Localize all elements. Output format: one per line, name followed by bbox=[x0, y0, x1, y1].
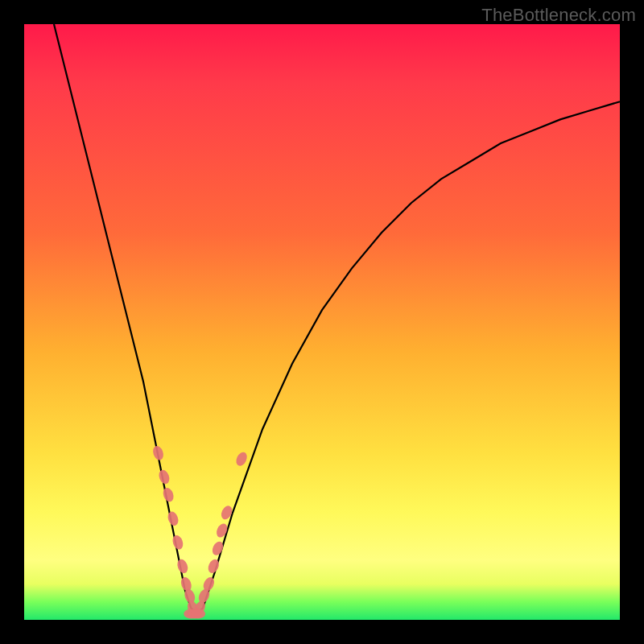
scatter-point bbox=[166, 510, 180, 527]
curve-layer bbox=[54, 24, 620, 614]
scatter-point bbox=[161, 486, 175, 503]
scatter-point bbox=[175, 558, 189, 575]
scatter-point bbox=[157, 469, 171, 485]
scatter-point bbox=[171, 534, 184, 551]
scatter-point bbox=[151, 444, 165, 461]
chart-svg bbox=[24, 24, 620, 620]
scatter-point bbox=[191, 609, 205, 619]
chart-frame: TheBottleneck.com bbox=[0, 0, 644, 644]
scatter-point bbox=[234, 451, 249, 468]
bottleneck-curve bbox=[54, 24, 620, 614]
plot-area bbox=[24, 24, 620, 620]
watermark-text: TheBottleneck.com bbox=[481, 5, 636, 26]
scatter-layer bbox=[151, 444, 250, 618]
